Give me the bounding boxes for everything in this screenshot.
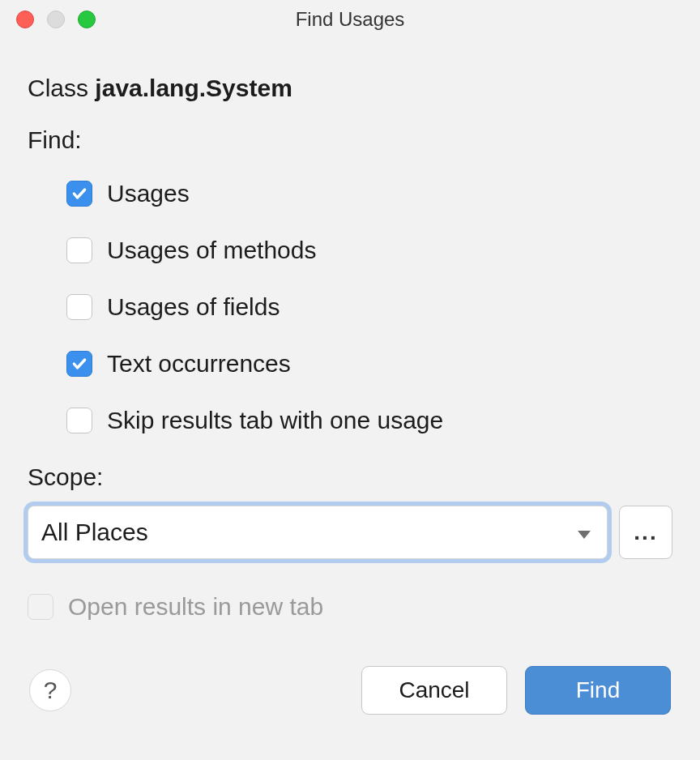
class-name-label: java.lang.System bbox=[95, 75, 292, 101]
check-icon bbox=[71, 186, 88, 202]
usages-checkbox[interactable] bbox=[66, 181, 92, 207]
usages-of-fields-option[interactable]: Usages of fields bbox=[66, 293, 672, 321]
open-in-new-tab-option: Open results in new tab bbox=[28, 593, 672, 621]
class-prefix-label: Class bbox=[28, 75, 95, 101]
footer-buttons: Cancel Find bbox=[361, 666, 671, 715]
skip-results-option[interactable]: Skip results tab with one usage bbox=[66, 407, 672, 434]
scope-select[interactable]: All Places bbox=[28, 506, 608, 559]
scope-selected-value: All Places bbox=[41, 519, 148, 546]
usages-of-fields-checkbox[interactable] bbox=[66, 294, 92, 320]
usages-of-methods-checkbox[interactable] bbox=[66, 237, 92, 263]
open-in-new-tab-label: Open results in new tab bbox=[68, 593, 323, 621]
dialog-content: Class java.lang.System Find: Usages Usag… bbox=[0, 39, 700, 715]
cancel-button[interactable]: Cancel bbox=[361, 666, 507, 715]
usages-label: Usages bbox=[107, 180, 190, 207]
usages-of-fields-label: Usages of fields bbox=[107, 293, 280, 321]
find-options-list: Usages Usages of methods Usages of field… bbox=[28, 180, 672, 434]
skip-results-label: Skip results tab with one usage bbox=[107, 407, 443, 434]
svg-marker-0 bbox=[578, 531, 591, 539]
titlebar: Find Usages bbox=[0, 0, 700, 39]
scope-section-label: Scope: bbox=[28, 463, 672, 491]
maximize-window-icon[interactable] bbox=[78, 11, 96, 28]
window-title: Find Usages bbox=[296, 8, 405, 31]
usages-of-methods-option[interactable]: Usages of methods bbox=[66, 237, 672, 264]
chevron-down-icon bbox=[576, 519, 592, 546]
find-section-label: Find: bbox=[28, 126, 672, 154]
text-occurrences-checkbox[interactable] bbox=[66, 351, 92, 377]
scope-row: All Places ... bbox=[28, 506, 672, 559]
traffic-lights bbox=[16, 11, 96, 28]
open-in-new-tab-checkbox bbox=[28, 594, 53, 620]
text-occurrences-label: Text occurrences bbox=[107, 350, 291, 378]
usages-option[interactable]: Usages bbox=[66, 180, 672, 207]
minimize-window-icon bbox=[47, 11, 65, 28]
dialog-footer: ? Cancel Find bbox=[28, 666, 672, 715]
check-icon bbox=[71, 356, 88, 372]
close-window-icon[interactable] bbox=[16, 11, 34, 28]
find-button[interactable]: Find bbox=[525, 666, 671, 715]
text-occurrences-option[interactable]: Text occurrences bbox=[66, 350, 672, 378]
usages-of-methods-label: Usages of methods bbox=[107, 237, 316, 264]
scope-more-button[interactable]: ... bbox=[619, 506, 672, 559]
target-class-heading: Class java.lang.System bbox=[28, 75, 672, 102]
skip-results-checkbox[interactable] bbox=[66, 408, 92, 433]
help-button[interactable]: ? bbox=[29, 669, 71, 711]
